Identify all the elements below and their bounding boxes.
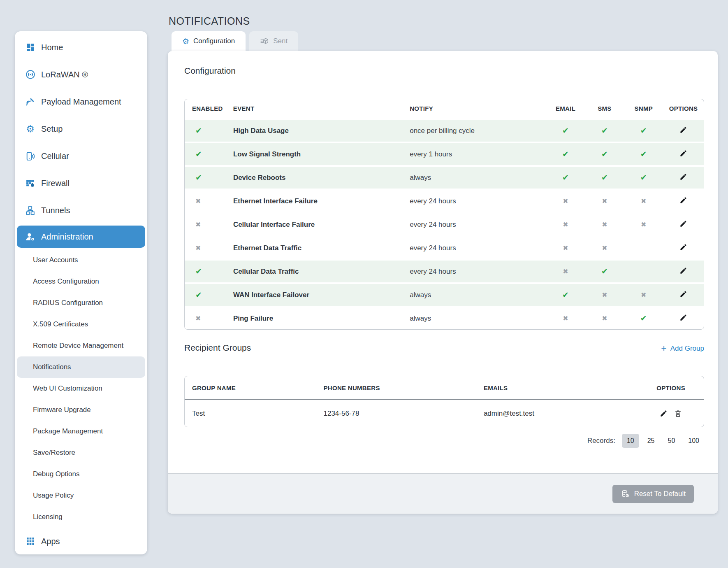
x-icon: ✖ xyxy=(195,198,201,205)
options-cell xyxy=(663,126,704,135)
enabled-cell: ✔ xyxy=(185,127,226,135)
notify-cell: always xyxy=(402,314,546,323)
check-icon: ✔ xyxy=(640,314,647,322)
sidebar-item-cellular[interactable]: Cellular xyxy=(15,142,147,170)
records-option-10[interactable]: 10 xyxy=(622,434,639,448)
sidebar-subitem-label: RADIUS Configuration xyxy=(33,299,103,307)
payload-icon xyxy=(25,96,36,107)
config-row-cellular-data-traffic: ✔Cellular Data Trafficevery 24 hours✖✔ xyxy=(185,259,704,282)
sidebar: HomeLoRaWAN ®Payload Management⚙SetupCel… xyxy=(15,31,147,554)
records-option-25[interactable]: 25 xyxy=(642,434,660,448)
event-cell: Cellular Data Traffic xyxy=(226,268,402,276)
options-cell xyxy=(663,314,704,323)
sidebar-item-apps[interactable]: Apps xyxy=(15,528,147,555)
sidebar-item-firmware-upgrade[interactable]: Firmware Upgrade xyxy=(15,399,147,421)
check-icon: ✔ xyxy=(640,174,647,182)
edit-pencil-icon[interactable] xyxy=(679,220,687,228)
delete-trash-icon[interactable] xyxy=(674,410,682,417)
main-card: Configuration ENABLEDEVENTNOTIFYEMAILSMS… xyxy=(168,51,718,514)
sidebar-item-label: Tunnels xyxy=(41,206,70,215)
check-icon: ✔ xyxy=(195,127,202,135)
sidebar-subitem-label: Usage Policy xyxy=(33,491,74,500)
sidebar-item-x-509-certificates[interactable]: X.509 Certificates xyxy=(15,314,147,335)
column-header-phone-numbers: PHONE NUMBERS xyxy=(316,384,476,391)
email-cell: ✔ xyxy=(546,291,585,299)
sidebar-item-tunnels[interactable]: Tunnels xyxy=(15,197,147,224)
sidebar-item-web-ui-customization[interactable]: Web UI Customization xyxy=(15,378,147,399)
config-row-cellular-interface-failure: ✖Cellular Interface Failureevery 24 hour… xyxy=(185,212,704,235)
check-icon: ✔ xyxy=(195,150,202,158)
tunnels-icon xyxy=(25,205,36,216)
column-header-snmp: SNMP xyxy=(624,105,663,112)
sidebar-item-notifications[interactable]: Notifications xyxy=(17,356,145,378)
column-header-emails: EMAILS xyxy=(476,384,638,391)
notify-cell: always xyxy=(402,174,546,182)
edit-pencil-icon[interactable] xyxy=(679,173,687,181)
sidebar-item-home[interactable]: Home xyxy=(15,34,147,61)
edit-pencil-icon[interactable] xyxy=(660,410,668,417)
snmp-cell: ✖ xyxy=(624,221,663,228)
sidebar-subitem-label: Notifications xyxy=(33,363,71,371)
event-cell: WAN Interface Failover xyxy=(226,291,402,299)
sidebar-item-lorawan[interactable]: LoRaWAN ® xyxy=(15,61,147,88)
sidebar-item-save-restore[interactable]: Save/Restore xyxy=(15,442,147,463)
config-row-wan-interface-failover: ✔WAN Interface Failoveralways✔✖✖ xyxy=(185,282,704,306)
sidebar-item-radius-configuration[interactable]: RADIUS Configuration xyxy=(15,292,147,314)
sms-cell: ✔ xyxy=(585,174,624,182)
enabled-cell: ✔ xyxy=(185,174,226,182)
config-table: ENABLEDEVENTNOTIFYEMAILSMSSNMPOPTIONS✔Hi… xyxy=(184,99,704,330)
emails-cell: admin@test.test xyxy=(476,410,638,418)
sidebar-item-package-management[interactable]: Package Management xyxy=(15,421,147,442)
edit-pencil-icon[interactable] xyxy=(679,149,687,157)
sidebar-item-payload-management[interactable]: Payload Management xyxy=(15,88,147,115)
sidebar-item-setup[interactable]: ⚙Setup xyxy=(15,115,147,142)
edit-pencil-icon[interactable] xyxy=(679,290,687,298)
records-option-100[interactable]: 100 xyxy=(683,434,704,448)
edit-pencil-icon[interactable] xyxy=(679,314,687,321)
sidebar-item-administration[interactable]: Administration xyxy=(17,226,145,248)
sidebar-subitem-label: X.509 Certificates xyxy=(33,320,88,328)
config-row-high-data-usage: ✔High Data Usageonce per billing cycle✔✔… xyxy=(185,118,704,142)
sidebar-item-remote-device-management[interactable]: Remote Device Management xyxy=(15,335,147,356)
sidebar-item-user-accounts[interactable]: User Accounts xyxy=(15,249,147,271)
notify-cell: every 24 hours xyxy=(402,244,546,252)
sidebar-subitem-label: Save/Restore xyxy=(33,449,75,457)
sidebar-item-licensing[interactable]: Licensing xyxy=(15,506,147,528)
check-icon: ✔ xyxy=(601,127,608,135)
config-table-header: ENABLEDEVENTNOTIFYEMAILSMSSNMPOPTIONS xyxy=(185,99,704,118)
sms-cell: ✖ xyxy=(585,221,624,228)
column-header-options: OPTIONS xyxy=(663,105,704,112)
options-cell xyxy=(663,196,704,206)
sms-cell: ✔ xyxy=(585,268,624,276)
sidebar-item-debug-options[interactable]: Debug Options xyxy=(15,463,147,485)
options-cell xyxy=(663,267,704,276)
snmp-cell: ✔ xyxy=(624,314,663,323)
check-icon: ✔ xyxy=(601,268,608,275)
edit-pencil-icon[interactable] xyxy=(679,243,687,251)
enabled-cell: ✔ xyxy=(185,291,226,299)
recipient-table: GROUP NAMEPHONE NUMBERSEMAILSOPTIONSTest… xyxy=(184,376,704,427)
email-cell: ✖ xyxy=(546,268,585,275)
sidebar-item-label: LoRaWAN ® xyxy=(41,70,88,79)
x-icon: ✖ xyxy=(563,268,568,275)
records-option-50[interactable]: 50 xyxy=(663,434,680,448)
options-cell xyxy=(638,410,704,417)
home-icon xyxy=(25,42,36,53)
reset-to-default-button[interactable]: Reset To Default xyxy=(612,485,694,503)
reset-database-icon xyxy=(621,489,630,498)
options-cell xyxy=(663,290,704,300)
sms-cell: ✖ xyxy=(585,291,624,299)
tab-sent[interactable]: Sent xyxy=(249,31,298,51)
add-group-button[interactable]: + Add Group xyxy=(661,344,704,353)
notify-cell: once per billing cycle xyxy=(402,127,546,135)
edit-pencil-icon[interactable] xyxy=(679,196,687,204)
tab-configuration[interactable]: ⚙Configuration xyxy=(172,31,246,51)
sms-cell: ✔ xyxy=(585,127,624,135)
edit-pencil-icon[interactable] xyxy=(679,126,687,134)
edit-pencil-icon[interactable] xyxy=(679,267,687,275)
x-icon: ✖ xyxy=(195,221,201,228)
sidebar-item-access-configuration[interactable]: Access Configuration xyxy=(15,271,147,292)
sidebar-item-firewall[interactable]: Firewall xyxy=(15,170,147,197)
event-cell: Ethernet Interface Failure xyxy=(226,197,402,205)
sidebar-item-usage-policy[interactable]: Usage Policy xyxy=(15,485,147,506)
